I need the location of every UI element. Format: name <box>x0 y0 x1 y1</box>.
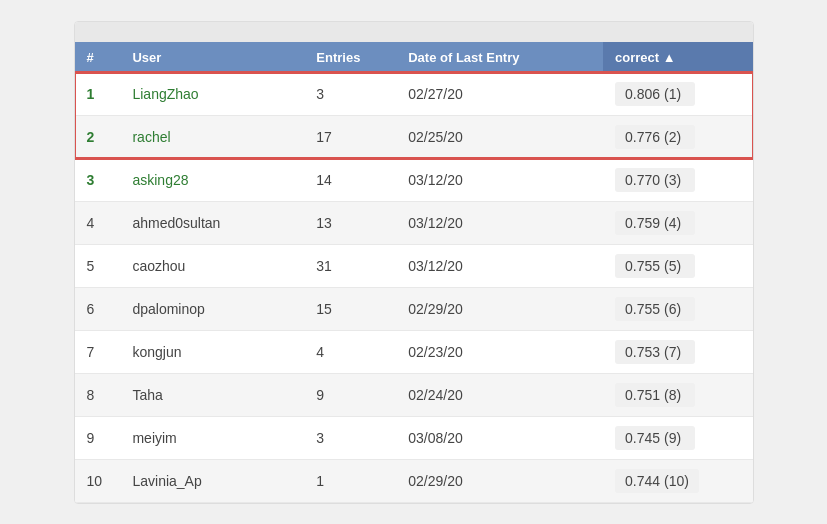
cell-user: Taha <box>120 373 304 416</box>
cell-date: 02/24/20 <box>396 373 603 416</box>
cell-entries: 13 <box>304 201 396 244</box>
cell-user: Lavinia_Ap <box>120 459 304 502</box>
cell-entries: 3 <box>304 73 396 116</box>
cell-date: 03/12/20 <box>396 201 603 244</box>
cell-correct: 0.751 (8) <box>603 373 752 416</box>
cell-entries: 9 <box>304 373 396 416</box>
cell-date: 03/08/20 <box>396 416 603 459</box>
cell-entries: 14 <box>304 158 396 201</box>
cell-rank: 10 <box>75 459 121 502</box>
cell-entries: 15 <box>304 287 396 330</box>
cell-user: kongjun <box>120 330 304 373</box>
table-row: 5caozhou3103/12/200.755 (5) <box>75 244 753 287</box>
results-table: # User Entries Date of Last Entry correc… <box>75 42 753 503</box>
results-container: # User Entries Date of Last Entry correc… <box>74 21 754 504</box>
table-row: 7kongjun402/23/200.753 (7) <box>75 330 753 373</box>
col-date: Date of Last Entry <box>396 42 603 73</box>
cell-rank: 8 <box>75 373 121 416</box>
cell-entries: 3 <box>304 416 396 459</box>
cell-rank: 2 <box>75 115 121 158</box>
table-row: 6dpalominop1502/29/200.755 (6) <box>75 287 753 330</box>
table-row: 3asking281403/12/200.770 (3) <box>75 158 753 201</box>
cell-entries: 4 <box>304 330 396 373</box>
cell-rank: 6 <box>75 287 121 330</box>
col-rank: # <box>75 42 121 73</box>
cell-correct: 0.770 (3) <box>603 158 752 201</box>
cell-user: dpalominop <box>120 287 304 330</box>
cell-correct: 0.755 (6) <box>603 287 752 330</box>
cell-date: 03/12/20 <box>396 244 603 287</box>
cell-user: meiyim <box>120 416 304 459</box>
cell-user: LiangZhao <box>120 73 304 116</box>
cell-correct: 0.755 (5) <box>603 244 752 287</box>
col-entries: Entries <box>304 42 396 73</box>
cell-rank: 7 <box>75 330 121 373</box>
table-row: 2rachel1702/25/200.776 (2) <box>75 115 753 158</box>
table-row: 9meiyim303/08/200.745 (9) <box>75 416 753 459</box>
cell-rank: 4 <box>75 201 121 244</box>
cell-rank: 9 <box>75 416 121 459</box>
cell-correct: 0.776 (2) <box>603 115 752 158</box>
cell-date: 02/27/20 <box>396 73 603 116</box>
cell-date: 02/29/20 <box>396 287 603 330</box>
col-user: User <box>120 42 304 73</box>
table-row: 1LiangZhao302/27/200.806 (1) <box>75 73 753 116</box>
cell-rank: 1 <box>75 73 121 116</box>
cell-user: rachel <box>120 115 304 158</box>
table-row: 8Taha902/24/200.751 (8) <box>75 373 753 416</box>
cell-correct: 0.744 (10) <box>603 459 752 502</box>
cell-correct: 0.806 (1) <box>603 73 752 116</box>
table-header: # User Entries Date of Last Entry correc… <box>75 42 753 73</box>
table-body: 1LiangZhao302/27/200.806 (1)2rachel1702/… <box>75 73 753 503</box>
cell-correct: 0.745 (9) <box>603 416 752 459</box>
cell-rank: 3 <box>75 158 121 201</box>
results-title <box>75 22 753 42</box>
cell-date: 02/29/20 <box>396 459 603 502</box>
cell-user: caozhou <box>120 244 304 287</box>
cell-date: 02/25/20 <box>396 115 603 158</box>
cell-correct: 0.759 (4) <box>603 201 752 244</box>
cell-rank: 5 <box>75 244 121 287</box>
cell-user: asking28 <box>120 158 304 201</box>
cell-entries: 17 <box>304 115 396 158</box>
cell-correct: 0.753 (7) <box>603 330 752 373</box>
table-row: 10Lavinia_Ap102/29/200.744 (10) <box>75 459 753 502</box>
table-row: 4ahmed0sultan1303/12/200.759 (4) <box>75 201 753 244</box>
col-correct[interactable]: correct ▲ <box>603 42 752 73</box>
cell-entries: 1 <box>304 459 396 502</box>
cell-entries: 31 <box>304 244 396 287</box>
cell-date: 02/23/20 <box>396 330 603 373</box>
table-wrapper: # User Entries Date of Last Entry correc… <box>75 42 753 503</box>
cell-user: ahmed0sultan <box>120 201 304 244</box>
cell-date: 03/12/20 <box>396 158 603 201</box>
